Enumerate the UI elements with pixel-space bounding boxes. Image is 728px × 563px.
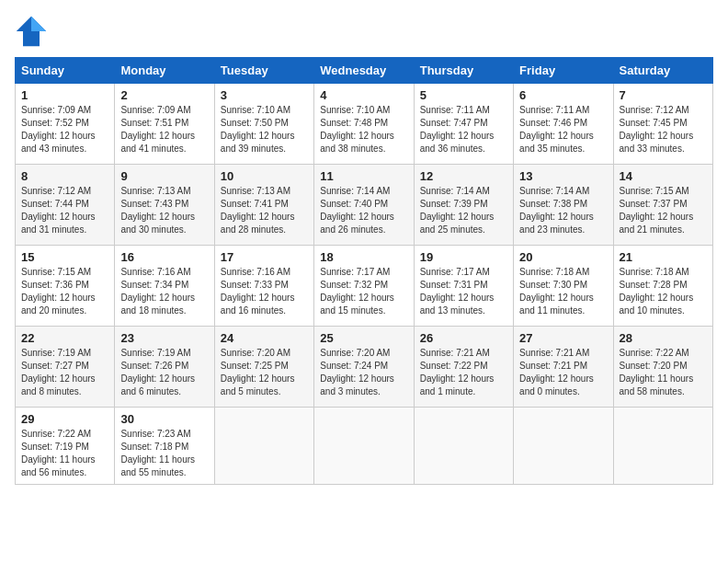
day-info: Sunrise: 7:16 AM Sunset: 7:33 PM Dayligh… bbox=[221, 266, 308, 317]
column-header-saturday: Saturday bbox=[613, 58, 712, 84]
day-number: 27 bbox=[519, 331, 607, 345]
day-number: 25 bbox=[320, 331, 407, 345]
day-info: Sunrise: 7:21 AM Sunset: 7:22 PM Dayligh… bbox=[420, 347, 507, 398]
calendar-cell: 4Sunrise: 7:10 AM Sunset: 7:48 PM Daylig… bbox=[314, 84, 414, 165]
day-info: Sunrise: 7:15 AM Sunset: 7:36 PM Dayligh… bbox=[21, 266, 108, 317]
day-number: 16 bbox=[120, 250, 208, 264]
day-info: Sunrise: 7:20 AM Sunset: 7:24 PM Dayligh… bbox=[320, 347, 407, 398]
calendar-cell: 2Sunrise: 7:09 AM Sunset: 7:51 PM Daylig… bbox=[115, 84, 214, 165]
day-number: 1 bbox=[21, 88, 108, 102]
day-info: Sunrise: 7:17 AM Sunset: 7:32 PM Dayligh… bbox=[320, 266, 407, 317]
logo bbox=[15, 15, 53, 48]
day-info: Sunrise: 7:19 AM Sunset: 7:27 PM Dayligh… bbox=[21, 347, 108, 398]
calendar-cell: 1Sunrise: 7:09 AM Sunset: 7:52 PM Daylig… bbox=[16, 84, 115, 165]
calendar-cell: 30Sunrise: 7:23 AM Sunset: 7:18 PM Dayli… bbox=[115, 408, 214, 485]
calendar-cell bbox=[613, 408, 712, 485]
day-info: Sunrise: 7:11 AM Sunset: 7:46 PM Dayligh… bbox=[519, 104, 607, 155]
day-info: Sunrise: 7:22 AM Sunset: 7:19 PM Dayligh… bbox=[21, 428, 108, 479]
day-number: 10 bbox=[221, 169, 308, 183]
day-number: 8 bbox=[21, 169, 108, 183]
day-info: Sunrise: 7:22 AM Sunset: 7:20 PM Dayligh… bbox=[620, 347, 707, 398]
day-number: 21 bbox=[620, 250, 707, 264]
calendar-cell: 15Sunrise: 7:15 AM Sunset: 7:36 PM Dayli… bbox=[16, 246, 115, 327]
day-info: Sunrise: 7:21 AM Sunset: 7:21 PM Dayligh… bbox=[519, 347, 607, 398]
day-number: 22 bbox=[21, 331, 108, 345]
day-number: 29 bbox=[21, 412, 108, 426]
day-number: 4 bbox=[320, 88, 407, 102]
column-header-sunday: Sunday bbox=[16, 58, 115, 84]
calendar-cell: 14Sunrise: 7:15 AM Sunset: 7:37 PM Dayli… bbox=[613, 165, 712, 246]
day-number: 17 bbox=[221, 250, 308, 264]
day-number: 5 bbox=[420, 88, 507, 102]
day-info: Sunrise: 7:10 AM Sunset: 7:48 PM Dayligh… bbox=[320, 104, 407, 155]
day-info: Sunrise: 7:09 AM Sunset: 7:51 PM Dayligh… bbox=[120, 104, 208, 155]
day-info: Sunrise: 7:13 AM Sunset: 7:41 PM Dayligh… bbox=[221, 185, 308, 236]
day-info: Sunrise: 7:18 AM Sunset: 7:30 PM Dayligh… bbox=[519, 266, 607, 317]
calendar-cell: 22Sunrise: 7:19 AM Sunset: 7:27 PM Dayli… bbox=[16, 327, 115, 408]
calendar-cell bbox=[214, 408, 313, 485]
day-number: 2 bbox=[120, 88, 208, 102]
calendar-cell: 17Sunrise: 7:16 AM Sunset: 7:33 PM Dayli… bbox=[214, 246, 313, 327]
day-info: Sunrise: 7:17 AM Sunset: 7:31 PM Dayligh… bbox=[420, 266, 507, 317]
day-number: 20 bbox=[519, 250, 607, 264]
day-info: Sunrise: 7:13 AM Sunset: 7:43 PM Dayligh… bbox=[120, 185, 208, 236]
day-info: Sunrise: 7:15 AM Sunset: 7:37 PM Dayligh… bbox=[620, 185, 707, 236]
calendar-cell: 9Sunrise: 7:13 AM Sunset: 7:43 PM Daylig… bbox=[115, 165, 214, 246]
calendar-cell: 29Sunrise: 7:22 AM Sunset: 7:19 PM Dayli… bbox=[16, 408, 115, 485]
day-info: Sunrise: 7:14 AM Sunset: 7:40 PM Dayligh… bbox=[320, 185, 407, 236]
calendar-cell: 18Sunrise: 7:17 AM Sunset: 7:32 PM Dayli… bbox=[314, 246, 414, 327]
calendar-cell: 21Sunrise: 7:18 AM Sunset: 7:28 PM Dayli… bbox=[613, 246, 712, 327]
day-info: Sunrise: 7:23 AM Sunset: 7:18 PM Dayligh… bbox=[120, 428, 208, 479]
day-info: Sunrise: 7:14 AM Sunset: 7:38 PM Dayligh… bbox=[519, 185, 607, 236]
day-number: 7 bbox=[620, 88, 707, 102]
calendar-cell: 12Sunrise: 7:14 AM Sunset: 7:39 PM Dayli… bbox=[414, 165, 513, 246]
calendar-cell bbox=[514, 408, 613, 485]
calendar-cell: 8Sunrise: 7:12 AM Sunset: 7:44 PM Daylig… bbox=[16, 165, 115, 246]
day-info: Sunrise: 7:10 AM Sunset: 7:50 PM Dayligh… bbox=[221, 104, 308, 155]
day-info: Sunrise: 7:18 AM Sunset: 7:28 PM Dayligh… bbox=[620, 266, 707, 317]
calendar-cell: 26Sunrise: 7:21 AM Sunset: 7:22 PM Dayli… bbox=[414, 327, 513, 408]
calendar-cell: 25Sunrise: 7:20 AM Sunset: 7:24 PM Dayli… bbox=[314, 327, 414, 408]
day-number: 26 bbox=[420, 331, 507, 345]
calendar-cell: 23Sunrise: 7:19 AM Sunset: 7:26 PM Dayli… bbox=[115, 327, 214, 408]
day-info: Sunrise: 7:09 AM Sunset: 7:52 PM Dayligh… bbox=[21, 104, 108, 155]
calendar-cell: 24Sunrise: 7:20 AM Sunset: 7:25 PM Dayli… bbox=[214, 327, 313, 408]
calendar-cell: 5Sunrise: 7:11 AM Sunset: 7:47 PM Daylig… bbox=[414, 84, 513, 165]
day-number: 9 bbox=[120, 169, 208, 183]
day-info: Sunrise: 7:14 AM Sunset: 7:39 PM Dayligh… bbox=[420, 185, 507, 236]
column-header-thursday: Thursday bbox=[414, 58, 513, 84]
day-info: Sunrise: 7:16 AM Sunset: 7:34 PM Dayligh… bbox=[120, 266, 208, 317]
day-info: Sunrise: 7:12 AM Sunset: 7:44 PM Dayligh… bbox=[21, 185, 108, 236]
day-number: 6 bbox=[519, 88, 607, 102]
day-number: 3 bbox=[221, 88, 308, 102]
day-number: 15 bbox=[21, 250, 108, 264]
day-info: Sunrise: 7:19 AM Sunset: 7:26 PM Dayligh… bbox=[120, 347, 208, 398]
calendar-table: SundayMondayTuesdayWednesdayThursdayFrid… bbox=[15, 57, 713, 485]
column-header-monday: Monday bbox=[115, 58, 214, 84]
day-info: Sunrise: 7:11 AM Sunset: 7:47 PM Dayligh… bbox=[420, 104, 507, 155]
day-number: 23 bbox=[120, 331, 208, 345]
logo-icon bbox=[15, 15, 48, 48]
calendar-cell bbox=[314, 408, 414, 485]
day-number: 18 bbox=[320, 250, 407, 264]
calendar-cell: 6Sunrise: 7:11 AM Sunset: 7:46 PM Daylig… bbox=[514, 84, 613, 165]
calendar-cell: 19Sunrise: 7:17 AM Sunset: 7:31 PM Dayli… bbox=[414, 246, 513, 327]
day-number: 19 bbox=[420, 250, 507, 264]
column-header-wednesday: Wednesday bbox=[314, 58, 414, 84]
day-info: Sunrise: 7:20 AM Sunset: 7:25 PM Dayligh… bbox=[221, 347, 308, 398]
calendar-cell: 27Sunrise: 7:21 AM Sunset: 7:21 PM Dayli… bbox=[514, 327, 613, 408]
column-header-tuesday: Tuesday bbox=[214, 58, 313, 84]
column-header-friday: Friday bbox=[514, 58, 613, 84]
calendar-cell: 3Sunrise: 7:10 AM Sunset: 7:50 PM Daylig… bbox=[214, 84, 313, 165]
calendar-cell bbox=[414, 408, 513, 485]
day-number: 28 bbox=[620, 331, 707, 345]
calendar-cell: 16Sunrise: 7:16 AM Sunset: 7:34 PM Dayli… bbox=[115, 246, 214, 327]
calendar-cell: 20Sunrise: 7:18 AM Sunset: 7:30 PM Dayli… bbox=[514, 246, 613, 327]
day-info: Sunrise: 7:12 AM Sunset: 7:45 PM Dayligh… bbox=[620, 104, 707, 155]
day-number: 14 bbox=[620, 169, 707, 183]
calendar-cell: 28Sunrise: 7:22 AM Sunset: 7:20 PM Dayli… bbox=[613, 327, 712, 408]
svg-marker-1 bbox=[31, 17, 46, 31]
day-number: 24 bbox=[221, 331, 308, 345]
calendar-cell: 7Sunrise: 7:12 AM Sunset: 7:45 PM Daylig… bbox=[613, 84, 712, 165]
day-number: 30 bbox=[120, 412, 208, 426]
